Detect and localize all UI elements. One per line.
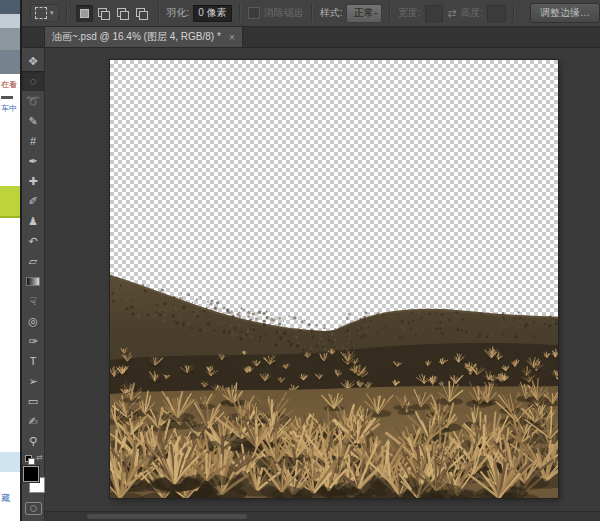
swap-colors-icon[interactable]: ⇄: [36, 453, 43, 462]
color-swatches: [22, 465, 45, 497]
style-select[interactable]: 正常 ÷: [346, 4, 381, 23]
antialias-label: 消除锯齿: [264, 6, 304, 20]
document-tab-bar: 油画~.psd @ 16.4% (图层 4, RGB/8) * ×: [22, 27, 600, 48]
marquee-tool[interactable]: ◌: [22, 71, 44, 91]
clone-stamp-tool[interactable]: ♟: [22, 211, 44, 231]
height-label: 高度:: [461, 6, 484, 20]
refine-edge-button[interactable]: 调整边缘…: [530, 3, 600, 23]
separator: [158, 4, 160, 22]
gradient-icon: [26, 277, 40, 286]
horizontal-scrollbar-thumb[interactable]: [87, 514, 247, 519]
width-input[interactable]: [425, 5, 444, 22]
feather-label: 羽化:: [167, 6, 190, 20]
separator: [239, 4, 241, 22]
feather-input[interactable]: 0 像素: [193, 5, 231, 22]
smudge-tool[interactable]: ☟: [22, 291, 44, 311]
canvas-pasteboard[interactable]: [45, 48, 600, 512]
hand-tool[interactable]: ✍: [22, 411, 44, 431]
tool-preset-picker[interactable]: ▾: [30, 4, 59, 22]
new-selection-icon: [80, 9, 89, 18]
quick-mask-button[interactable]: [25, 502, 42, 515]
style-label: 样式:: [320, 6, 343, 20]
gradient-tool[interactable]: [22, 271, 44, 291]
bg-thumb-3: [0, 28, 20, 50]
subtract-from-selection-button[interactable]: [114, 5, 131, 22]
add-to-selection-button[interactable]: [95, 5, 112, 22]
bg-thumb-1: [0, 0, 20, 14]
height-input[interactable]: [487, 5, 506, 22]
crop-tool[interactable]: #: [22, 131, 44, 151]
landscape-image: [110, 60, 558, 498]
foreground-color-swatch[interactable]: [23, 466, 39, 482]
bg-text-smudge: [1, 96, 13, 99]
marquee-preset-icon: [35, 7, 47, 19]
width-label: 宽度:: [398, 6, 421, 20]
shape-tool[interactable]: ▭: [22, 391, 44, 411]
brush-tool[interactable]: ✐: [22, 191, 44, 211]
default-colors-row: ⇄: [22, 453, 44, 465]
antialias-checkbox[interactable]: [248, 7, 260, 19]
bg-thumb-4: [0, 50, 20, 74]
lasso-tool[interactable]: ➰: [22, 91, 44, 111]
chevron-down-icon: ▾: [50, 9, 54, 17]
bg-highlight-block: [0, 186, 20, 218]
bg-text-fragment: 在看: [1, 80, 17, 89]
intersect-selection-button[interactable]: [133, 5, 150, 22]
tools-panel: ✥◌➰✎#✒✚✐♟↶▱☟◎✑T➢▭✍⚲ ⇄: [22, 48, 45, 521]
eraser-tool[interactable]: ▱: [22, 251, 44, 271]
separator: [311, 4, 313, 22]
type-tool[interactable]: T: [22, 351, 44, 371]
bg-thumb-2: [0, 14, 20, 28]
tool-options-bar: ▾ 羽化: 0 像素 消除锯齿 样式: 正常 ÷ 宽度: ⇄ 高度:: [22, 0, 600, 27]
bg-text-fragment: 藏: [1, 494, 10, 503]
document-tab-title: 油画~.psd @ 16.4% (图层 4, RGB/8) *: [52, 30, 221, 44]
zoom-tool[interactable]: ⚲: [22, 431, 44, 451]
history-brush-tool[interactable]: ↶: [22, 231, 44, 251]
bg-lightblue-block: [0, 452, 20, 472]
pen-tool[interactable]: ✑: [22, 331, 44, 351]
dodge-tool[interactable]: ◎: [22, 311, 44, 331]
background-window-strip: 在看 车中 藏: [0, 0, 20, 521]
select-arrows-icon: ÷: [373, 10, 377, 17]
style-selected-value: 正常: [353, 6, 373, 20]
document-canvas[interactable]: [110, 60, 558, 498]
swap-width-height-icon[interactable]: ⇄: [447, 7, 456, 20]
healing-brush-tool[interactable]: ✚: [22, 171, 44, 191]
move-tool[interactable]: ✥: [22, 51, 44, 71]
separator: [66, 4, 68, 22]
separator: [389, 4, 391, 22]
status-bar: [45, 511, 600, 521]
document-tab[interactable]: 油画~.psd @ 16.4% (图层 4, RGB/8) * ×: [44, 26, 243, 47]
tab-close-icon[interactable]: ×: [229, 31, 235, 43]
bg-text-fragment: 车中: [1, 104, 17, 113]
separator: [513, 4, 515, 22]
photoshop-screenshot: 在看 车中 藏 ▾ 羽化: 0 像素 消除锯齿 样式:: [0, 0, 600, 521]
path-selection-tool[interactable]: ➢: [22, 371, 44, 391]
tools-list: ✥◌➰✎#✒✚✐♟↶▱☟◎✑T➢▭✍⚲: [22, 51, 44, 451]
new-selection-button[interactable]: [76, 5, 93, 22]
eyedropper-tool[interactable]: ✒: [22, 151, 44, 171]
quick-selection-tool[interactable]: ✎: [22, 111, 44, 131]
photoshop-window: ▾ 羽化: 0 像素 消除锯齿 样式: 正常 ÷ 宽度: ⇄ 高度:: [20, 0, 600, 521]
